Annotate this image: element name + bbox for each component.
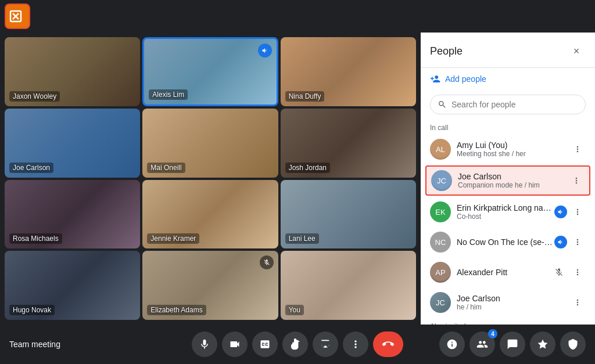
person-info-alex: Alexander Pitt <box>457 268 551 277</box>
people-list: ALAmy Lui (You)Meeting host she / herJCJ… <box>421 134 595 325</box>
avatar-alex: AP <box>430 262 451 283</box>
tile-name-mai: Mai Oneill <box>147 163 185 173</box>
activities-button[interactable] <box>530 331 555 357</box>
person-item-alex[interactable]: APAlexander Pitt <box>421 257 595 287</box>
person-name-erin: Erin Kirkpatrick Long nam... <box>457 203 554 212</box>
muted-badge <box>551 264 567 280</box>
person-more-joe-carlson-panel[interactable] <box>568 172 585 189</box>
person-name-alex: Alexander Pitt <box>457 268 551 277</box>
more-options-button[interactable] <box>343 331 368 357</box>
video-tile-nina[interactable]: Nina Duffy <box>281 37 416 106</box>
person-info-nocow: No Cow On The Ice (se-sto... <box>457 237 554 247</box>
video-tile-josh[interactable]: Josh Jordan <box>281 109 416 178</box>
toolbar-center <box>192 331 403 357</box>
add-people-label: Add people <box>445 74 486 84</box>
main-area: Jaxon WooleyAlexis LimNina DuffyJoe Carl… <box>0 33 595 325</box>
tile-name-nina: Nina Duffy <box>285 91 325 102</box>
add-people-button[interactable]: Add people <box>421 68 595 90</box>
search-box <box>430 95 586 114</box>
video-tile-lani[interactable]: Lani Lee <box>281 180 416 249</box>
person-item-nocow[interactable]: NCNo Cow On The Ice (se-sto... <box>421 227 595 257</box>
person-info-erin: Erin Kirkpatrick Long nam...Co-host <box>457 203 554 221</box>
person-name-joe2: Joe Carlson <box>457 294 569 303</box>
person-name-amy: Amy Lui (You) <box>457 140 569 150</box>
person-more-nocow[interactable] <box>569 234 586 250</box>
avatar-joe2: JC <box>430 292 451 313</box>
person-info-amy: Amy Lui (You)Meeting host she / her <box>457 140 569 158</box>
person-sub-joe2: he / him <box>457 303 569 311</box>
security-button[interactable] <box>560 331 586 357</box>
video-tile-elizabeth[interactable]: Elizabeth Adams <box>142 251 278 320</box>
person-actions-nocow <box>554 234 586 250</box>
video-tile-alexis[interactable]: Alexis Lim <box>142 37 278 106</box>
person-sub-joe-carlson-panel: Companion mode he / him <box>458 181 568 189</box>
person-item-erin[interactable]: EKErin Kirkpatrick Long nam...Co-host <box>421 197 595 227</box>
tile-name-you: You <box>285 305 304 315</box>
person-info-joe2: Joe Carlsonhe / him <box>457 294 569 311</box>
app-logo <box>5 3 30 29</box>
video-tile-hugo[interactable]: Hugo Novak <box>5 251 140 320</box>
tile-name-josh: Josh Jordan <box>285 163 330 173</box>
tile-name-jaxon: Jaxon Wooley <box>9 91 60 102</box>
speaking-badge <box>554 236 567 248</box>
video-tile-jennie[interactable]: Jennie Kramer <box>142 180 278 249</box>
tile-name-rosa: Rosa Michaels <box>9 233 62 244</box>
video-tile-joe-carlson[interactable]: Joe Carlson <box>5 109 140 178</box>
meeting-name: Team meeting <box>9 340 60 349</box>
person-more-alex[interactable] <box>569 264 586 280</box>
person-item-joe-carlson-panel[interactable]: JCJoe CarlsonCompanion mode he / him <box>425 165 590 196</box>
person-actions-erin <box>554 204 586 220</box>
person-actions-joe2 <box>569 294 586 311</box>
add-person-icon <box>430 74 440 84</box>
also-invited-label: Also invited <box>421 318 595 325</box>
tile-name-lani: Lani Lee <box>285 233 319 244</box>
person-actions-alex <box>551 264 586 280</box>
toolbar: Team meeting 4 <box>0 325 595 364</box>
video-grid: Jaxon WooleyAlexis LimNina DuffyJoe Carl… <box>0 33 421 325</box>
person-more-amy[interactable] <box>569 141 586 157</box>
info-button[interactable] <box>439 331 465 357</box>
person-actions-joe-carlson-panel <box>568 172 585 189</box>
people-badge: 4 <box>488 329 497 338</box>
tile-name-elizabeth: Elizabeth Adams <box>147 305 206 315</box>
avatar-amy: AL <box>430 139 451 160</box>
person-name-nocow: No Cow On The Ice (se-sto... <box>457 237 554 247</box>
tile-name-joe-carlson: Joe Carlson <box>9 163 53 173</box>
in-call-label: In call <box>421 119 595 134</box>
person-sub-erin: Co-host <box>457 212 554 221</box>
people-button[interactable]: 4 <box>469 331 495 357</box>
panel-header: People × <box>421 33 595 68</box>
end-call-button[interactable] <box>373 331 403 357</box>
tile-name-hugo: Hugo Novak <box>9 305 55 315</box>
person-item-joe2[interactable]: JCJoe Carlsonhe / him <box>421 287 595 318</box>
people-panel: People × Add people In call ALAmy Lui (Y… <box>421 33 595 325</box>
avatar-erin: EK <box>430 201 451 222</box>
video-tile-you[interactable]: You <box>281 251 416 320</box>
video-tile-jaxon[interactable]: Jaxon Wooley <box>5 37 140 106</box>
top-bar <box>0 0 595 33</box>
speaking-badge <box>554 206 567 218</box>
avatar-joe-carlson-panel: JC <box>431 170 452 191</box>
person-more-erin[interactable] <box>569 204 586 220</box>
person-name-joe-carlson-panel: Joe Carlson <box>458 172 568 181</box>
search-input[interactable] <box>451 100 578 109</box>
panel-title: People <box>430 45 463 57</box>
chat-button[interactable] <box>500 331 525 357</box>
person-item-amy[interactable]: ALAmy Lui (You)Meeting host she / her <box>421 134 595 164</box>
close-panel-button[interactable]: × <box>567 42 586 60</box>
search-icon <box>438 100 447 109</box>
video-tile-rosa[interactable]: Rosa Michaels <box>5 180 140 249</box>
video-tile-mai[interactable]: Mai Oneill <box>142 109 278 178</box>
mute-indicator <box>260 255 274 269</box>
person-actions-amy <box>569 141 586 157</box>
camera-button[interactable] <box>222 331 248 357</box>
tile-name-jennie: Jennie Kramer <box>147 233 199 244</box>
present-button[interactable] <box>313 331 338 357</box>
mic-button[interactable] <box>192 331 217 357</box>
captions-button[interactable] <box>252 331 278 357</box>
raise-hand-button[interactable] <box>282 331 308 357</box>
toolbar-left: Team meeting <box>9 340 192 349</box>
person-more-joe2[interactable] <box>569 294 586 311</box>
toolbar-right: 4 <box>403 331 586 357</box>
person-sub-amy: Meeting host she / her <box>457 150 569 158</box>
